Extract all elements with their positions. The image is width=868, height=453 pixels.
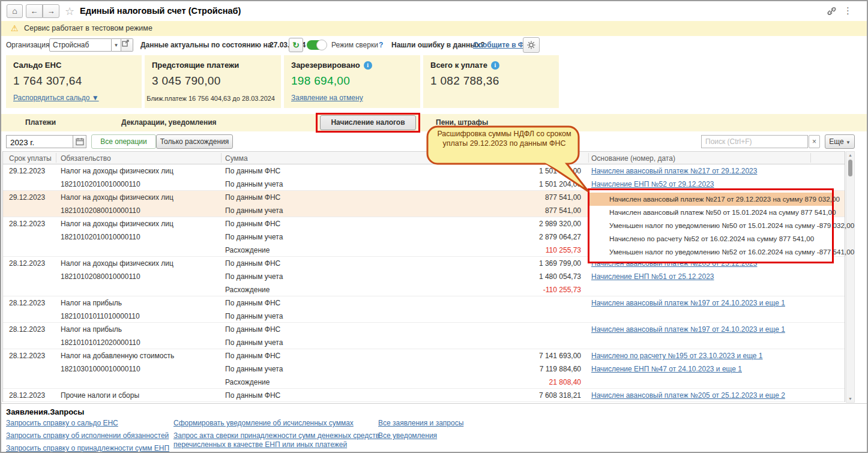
row-due-date: 28.12.2023 [9, 352, 45, 360]
all-notifications-link[interactable]: Все уведомления [378, 431, 437, 440]
basis-link[interactable]: Начислен авансовый платеж №197 от 24.10.… [591, 299, 785, 307]
sum-label: По данным учета [225, 272, 283, 281]
row-due-date: 28.12.2023 [9, 325, 45, 334]
row-due-date: 28.12.2023 [9, 220, 45, 228]
tab-payments[interactable]: Платежи [25, 118, 56, 127]
table-row[interactable]: 29.12.2023 Налог на доходы физических ли… [3, 164, 845, 191]
row-due-date: 28.12.2023 [9, 299, 45, 307]
dispose-balance-link[interactable]: Распорядиться сальдо ▼ [13, 94, 99, 102]
row-obligation: Налог на доходы физических лиц [61, 193, 173, 202]
tab-declarations[interactable]: Декларации, уведомления [121, 118, 217, 127]
vertical-scrollbar[interactable]: ▲ ▼ [846, 151, 855, 403]
tab-penalties[interactable]: Пени, штрафы [436, 118, 488, 127]
menu-kebab-icon[interactable]: ⋮ [843, 5, 852, 16]
more-button[interactable]: Еще ▼ [825, 134, 855, 149]
info-icon[interactable]: i [491, 61, 499, 70]
breakdown-row[interactable]: Начислено по расчету №52 от 16.02.2024 н… [589, 232, 832, 245]
sum-label: По данным учета [225, 180, 283, 188]
breakdown-row[interactable]: Уменьшен налог по уведомлению №52 от 16.… [589, 245, 832, 259]
refresh-icon[interactable]: ↻ [289, 38, 303, 52]
row-kbk: 18210102010010000110 [61, 180, 140, 188]
scroll-down-icon[interactable]: ▼ [846, 397, 854, 401]
breakdown-row-selected[interactable]: Начислен авансовый платеж №217 от 29.12.… [589, 193, 832, 206]
all-requests-link[interactable]: Все заявления и запросы [378, 419, 463, 428]
basis-link[interactable]: Начисление ЕНП №47 от 24.10.2023 и еще 1 [591, 365, 742, 373]
breakdown-row[interactable]: Уменьшен налог по уведомлению №50 от 15.… [589, 219, 832, 232]
card-total-due: Всего к уплатеi 1 082 788,36 [423, 55, 559, 108]
row-due-date: 28.12.2023 [9, 391, 45, 400]
breakdown-row[interactable]: Начислен авансовый платеж №50 от 15.01.2… [589, 206, 832, 219]
app-window: ⌂ ← → ☆ Единый налоговый счет (Стройснаб… [0, 0, 868, 453]
search-input[interactable] [701, 135, 808, 148]
table-row[interactable]: 28.12.2023 Налог на прибыль 182101010110… [3, 296, 845, 323]
request-enp-link[interactable]: Запросить справку о принадлежности сумм … [6, 444, 169, 453]
gear-icon[interactable] [523, 37, 540, 53]
basis-link[interactable]: Начислен авансовый платеж №197 от 24.10.… [591, 325, 785, 334]
home-icon[interactable]: ⌂ [7, 4, 23, 18]
row-due-date: 29.12.2023 [9, 193, 45, 202]
scroll-up-icon[interactable]: ▲ [846, 153, 854, 157]
reconciliation-act-link[interactable]: Запрос акта сверки принадлежности сумм д… [173, 431, 390, 449]
card-value: 3 045 790,00 [152, 74, 274, 88]
sum-value: 1 369 799,00 [393, 259, 581, 268]
table-row[interactable]: 28.12.2023 Прочие налоги и сборы По данн… [3, 389, 845, 402]
favorite-star-icon[interactable]: ☆ [65, 5, 74, 18]
period-input[interactable] [6, 135, 73, 148]
back-icon[interactable]: ← [26, 4, 43, 18]
test-mode-banner: ⚠ Сервис работает в тестовом режиме [1, 21, 867, 36]
open-form-icon[interactable] [121, 38, 133, 52]
forward-icon[interactable]: → [43, 4, 59, 18]
sum-label: По данным учета [225, 338, 283, 347]
error-question: Нашли ошибку в данных? [391, 41, 485, 49]
col-basis: Основание (номер, дата) [591, 154, 675, 163]
basis-link[interactable]: Начислено по расчету №195 от 23.10.2023 … [591, 352, 763, 360]
next-payment-note: Ближ.платеж 16 756 404,63 до 28.03.2024 [146, 95, 275, 102]
sum-value: 1 501 204,00 [393, 180, 581, 188]
sum-value: 7 119 884,60 [393, 365, 581, 373]
request-duties-link[interactable]: Запросить справку об исполнении обязанно… [6, 431, 169, 440]
sum-value-discrepancy: 110 255,73 [393, 246, 581, 254]
sum-label: По данным ФНС [225, 391, 280, 400]
sum-value: 7 608 318,21 [393, 391, 581, 400]
search-clear-icon[interactable]: × [809, 135, 820, 148]
column-divider [56, 153, 56, 163]
sum-label: По данным учета [225, 233, 283, 241]
request-balance-link[interactable]: Запросить справку о сальдо ЕНС [6, 419, 118, 428]
reconcile-mode-toggle[interactable] [307, 40, 327, 50]
basis-link[interactable]: Начислен авансовый платеж №217 от 29.12.… [591, 167, 757, 175]
sum-value: 877 541,00 [393, 206, 581, 215]
table-row[interactable]: 28.12.2023 Налог на добавленную стоимост… [3, 349, 845, 389]
more-label: Еще [829, 137, 843, 146]
link-icon[interactable] [827, 6, 837, 18]
card-upcoming: Предстоящие платежи 3 045 790,00 Ближ.пл… [145, 55, 281, 108]
sum-value: 7 141 693,00 [393, 352, 581, 360]
basis-link[interactable]: Начисление ЕНП №51 от 25.12.2023 [591, 272, 714, 281]
chevron-down-icon[interactable]: ▼ [112, 38, 121, 52]
scrollbar-thumb[interactable] [848, 160, 852, 176]
row-kbk: 18210102010010000110 [61, 233, 140, 241]
help-icon[interactable]: ? [379, 41, 383, 49]
basis-link[interactable]: Начислен авансовый платеж №205 от 25.12.… [591, 391, 785, 400]
cancel-application-link[interactable]: Заявление на отмену [291, 94, 363, 102]
create-notification-link[interactable]: Сформировать уведомление об исчисленных … [173, 419, 354, 428]
info-icon[interactable]: i [364, 61, 372, 70]
sum-label: Расхождение [225, 286, 270, 294]
row-obligation: Налог на доходы физических лиц [61, 167, 173, 175]
column-divider [810, 153, 811, 163]
card-value: 198 694,00 [291, 74, 413, 88]
table-row[interactable]: 28.12.2023 Налог на прибыль 182101010120… [3, 323, 845, 349]
calendar-icon[interactable] [73, 135, 86, 148]
sum-label: По данным ФНС [225, 299, 280, 307]
sum-value: 877 541,00 [393, 193, 581, 202]
row-obligation: Прочие налоги и сборы [61, 391, 139, 400]
sum-value: 1 501 204,00 [393, 167, 581, 175]
all-operations-button[interactable]: Все операции [91, 134, 156, 149]
col-sum: Сумма [225, 154, 248, 163]
chevron-down-icon: ▼ [846, 140, 851, 145]
row-kbk: 18210102080010000110 [61, 206, 140, 215]
tab-tax-accrual[interactable]: Начисление налогов [320, 115, 416, 130]
toolbar: Организация: Стройснаб ▼ Данные актуальн… [1, 36, 867, 54]
only-discrepancies-button[interactable]: Только расхождения [156, 134, 233, 149]
basis-link[interactable]: Начисление ЕНП №52 от 29.12.2023 [591, 180, 714, 188]
org-select[interactable]: Стройснаб [49, 38, 112, 52]
